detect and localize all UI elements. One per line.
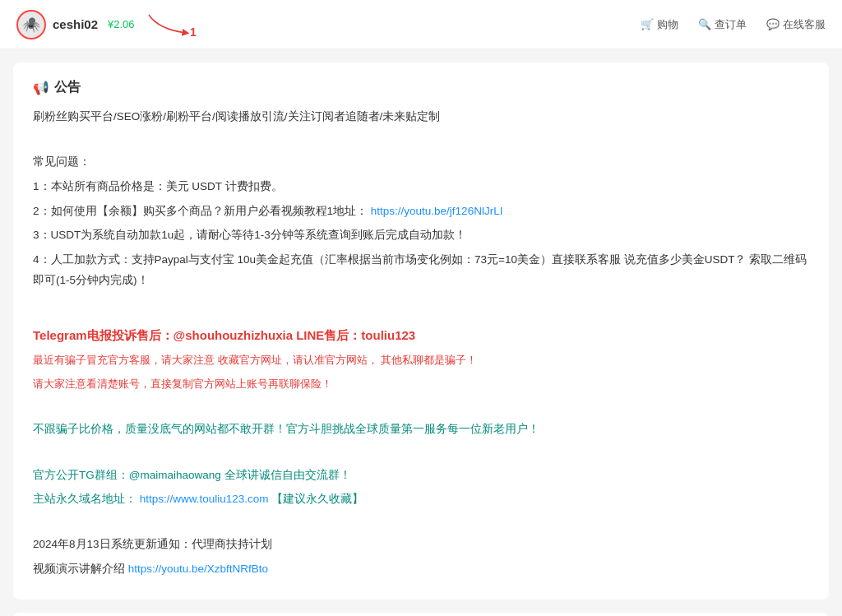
- svg-text:1: 1: [190, 25, 197, 39]
- main-content: 📢 公告 刷粉丝购买平台/SEO涨粉/刷粉平台/阅读播放引流/关注订阅者追随者/…: [0, 49, 842, 616]
- notice-description: 刷粉丝购买平台/SEO涨粉/刷粉平台/阅读播放引流/关注订阅者追随者/未来贴定制: [33, 106, 809, 127]
- domain-line: 主站永久域名地址： https://www.touliu123.com 【建议永…: [33, 489, 809, 510]
- chat-icon: 💬: [766, 18, 780, 30]
- promo-text: 不跟骗子比价格，质量没底气的网站都不敢开群！官方斗胆挑战全球质量第一服务每一位新…: [33, 419, 809, 440]
- buy-section: 🟠 购买 请选择商品分类 ✈Telegram♪TikTok📷Instagram▶…: [13, 613, 829, 616]
- notice-icon: 📢: [33, 80, 49, 95]
- warning-1: 最近有骗子冒充官方客服，请大家注意 收藏官方网址，请认准官方网站， 其他私聊都是…: [33, 350, 809, 371]
- notice-title: 📢 公告: [33, 79, 809, 96]
- warning-2: 请大家注意看清楚账号，直接复制官方网站上账号再联聊保险！: [33, 374, 809, 395]
- search-icon: 🔍: [698, 18, 711, 30]
- video-link-1[interactable]: https://youtu.be/jf126NlJrLI: [371, 205, 503, 217]
- annotation: 1: [145, 7, 194, 42]
- update-date: 2024年8月13日系统更新通知：代理商扶持计划: [33, 534, 809, 555]
- telegram-line: Telegram电报投诉售后：@shouhouzhizhuxia LINE售后：…: [33, 324, 809, 348]
- video-line: 视频演示讲解介绍 https://youtu.be/XzbftNRfBto: [33, 558, 809, 580]
- header-right: 🛒 购物 🔍 查订单 💬 在线客服: [641, 17, 826, 32]
- cart-button[interactable]: 🛒 购物: [641, 17, 678, 32]
- avatar: 🕷️: [16, 10, 46, 39]
- customer-service-button[interactable]: 💬 在线客服: [766, 17, 826, 32]
- domain-link[interactable]: https://www.touliu123.com: [140, 493, 269, 505]
- video-link-2[interactable]: https://youtu.be/XzbftNRfBto: [128, 563, 268, 575]
- notice-body: 刷粉丝购买平台/SEO涨粉/刷粉平台/阅读播放引流/关注订阅者追随者/未来贴定制…: [33, 106, 809, 580]
- username: ceshi02: [53, 17, 98, 31]
- faq-item-4: 4：人工加款方式：支持Paypal与支付宝 10u美金起充值（汇率根据当前市场变…: [33, 249, 809, 291]
- tg-group: 官方公开TG群组：@maimaihaowang 全球讲诚信自由交流群！: [33, 465, 809, 486]
- cart-icon: 🛒: [641, 18, 654, 30]
- orders-button[interactable]: 🔍 查订单: [698, 17, 747, 32]
- header-left: 🕷️ ceshi02 ¥2.06 1: [16, 7, 194, 42]
- faq-title: 常见问题：: [33, 151, 809, 173]
- faq-item-3: 3：USDT为系统自动加款1u起，请耐心等待1-3分钟等系统查询到账后完成自动加…: [33, 225, 809, 246]
- faq-item-1: 1：本站所有商品价格是：美元 USDT 计费扣费。: [33, 176, 809, 197]
- header: 🕷️ ceshi02 ¥2.06 1 🛒 购物 🔍 查订单 💬: [0, 0, 842, 49]
- balance: ¥2.06: [108, 18, 135, 30]
- faq-item-2: 2：如何使用【余额】购买多个商品？新用户必看视频教程1地址： https://y…: [33, 201, 809, 222]
- notice-section: 📢 公告 刷粉丝购买平台/SEO涨粉/刷粉平台/阅读播放引流/关注订阅者追随者/…: [13, 63, 829, 600]
